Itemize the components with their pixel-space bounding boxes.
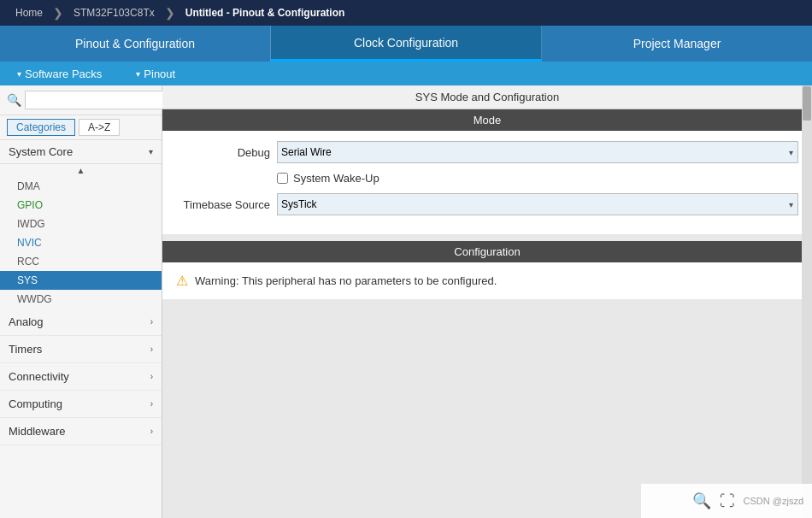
frame-icon[interactable]: ⛶ <box>720 492 735 510</box>
sidebar-item-dma[interactable]: DMA <box>0 177 162 196</box>
mode-panel-header: Mode <box>162 109 812 131</box>
sidebar-tabs: Categories A->Z <box>0 115 162 140</box>
analog-chevron-icon: › <box>150 317 153 327</box>
timebase-row: Timebase Source SysTick TIM1 TIM2 TIM3 ▾ <box>176 193 798 215</box>
sidebar-item-rcc[interactable]: RCC <box>0 252 162 271</box>
sidebar-item-connectivity[interactable]: Connectivity › <box>0 363 162 391</box>
tab-clock[interactable]: Clock Configuration <box>271 26 542 62</box>
timebase-label: Timebase Source <box>176 198 270 211</box>
scrollbar-thumb[interactable] <box>803 86 811 121</box>
tab-categories[interactable]: Categories <box>7 119 75 136</box>
search-input[interactable] <box>25 91 165 109</box>
system-core-label: System Core <box>9 145 73 158</box>
timebase-select[interactable]: SysTick TIM1 TIM2 TIM3 <box>277 193 798 215</box>
tab-pinout[interactable]: Pinout & Configuration <box>0 26 271 62</box>
scroll-up-arrow[interactable]: ▲ <box>0 164 162 177</box>
debug-row: Debug Serial Wire JTAG (5 pins) JTAG (4 … <box>176 141 798 163</box>
sidebar-item-gpio[interactable]: GPIO <box>0 196 162 215</box>
subtab-software-packs[interactable]: ▾ Software Packs <box>17 68 102 80</box>
config-panel: Configuration ⚠ Warning: This peripheral… <box>162 241 812 299</box>
title-bar: Home ❯ STM32F103C8Tx ❯ Untitled - Pinout… <box>0 0 812 26</box>
sidebar: 🔍 ⚙ Categories A->Z System Core ▾ ▲ DMA … <box>0 85 162 518</box>
sidebar-item-analog[interactable]: Analog › <box>0 309 162 336</box>
bottom-tools: 🔍 ⛶ CSDN @zjszd <box>641 484 812 518</box>
subtab-pinout-arrow-icon: ▾ <box>136 69 140 79</box>
subtab-pinout[interactable]: ▾ Pinout <box>136 68 175 80</box>
warning-box: ⚠ Warning: This peripheral has no parame… <box>162 262 812 299</box>
sub-tab-bar: ▾ Software Packs ▾ Pinout <box>0 62 812 85</box>
wakeup-row: System Wake-Up <box>176 172 798 185</box>
wakeup-label: System Wake-Up <box>293 172 380 185</box>
content-title: SYS Mode and Configuration <box>162 85 812 109</box>
search-icon: 🔍 <box>7 93 21 107</box>
sidebar-item-sys[interactable]: SYS <box>0 271 162 290</box>
system-core-section[interactable]: System Core ▾ <box>0 140 162 164</box>
breadcrumb-home[interactable]: Home <box>7 3 51 22</box>
tab-project[interactable]: Project Manager <box>542 26 812 62</box>
sidebar-item-middleware[interactable]: Middleware › <box>0 418 162 445</box>
subtab-arrow-icon: ▾ <box>17 69 21 79</box>
system-core-chevron: ▾ <box>149 147 153 156</box>
watermark-text: CSDN @zjszd <box>744 496 803 506</box>
timebase-select-wrapper: SysTick TIM1 TIM2 TIM3 ▾ <box>277 193 798 215</box>
warning-icon: ⚠ <box>176 273 188 289</box>
computing-chevron-icon: › <box>150 399 153 409</box>
breadcrumb-current[interactable]: Untitled - Pinout & Configuration <box>177 3 354 22</box>
debug-label: Debug <box>176 146 270 159</box>
sidebar-item-nvic[interactable]: NVIC <box>0 233 162 252</box>
timers-chevron-icon: › <box>150 344 153 354</box>
tab-bar: Pinout & Configuration Clock Configurati… <box>0 26 812 62</box>
debug-select[interactable]: Serial Wire JTAG (5 pins) JTAG (4 pins) … <box>277 141 798 163</box>
config-panel-header: Configuration <box>162 241 812 262</box>
tab-az[interactable]: A->Z <box>79 119 120 136</box>
middleware-chevron-icon: › <box>150 427 153 436</box>
sidebar-item-timers[interactable]: Timers › <box>0 336 162 363</box>
breadcrumb-device[interactable]: STM32F103C8Tx <box>65 3 163 22</box>
zoom-in-icon[interactable]: 🔍 <box>692 492 711 510</box>
content-area: SYS Mode and Configuration Mode Debug Se… <box>162 85 812 518</box>
debug-select-wrapper: Serial Wire JTAG (5 pins) JTAG (4 pins) … <box>277 141 798 163</box>
scrollbar-track[interactable] <box>802 85 812 518</box>
sidebar-item-wwdg[interactable]: WWDG <box>0 290 162 309</box>
connectivity-chevron-icon: › <box>150 372 153 381</box>
sidebar-search-row: 🔍 ⚙ <box>0 85 162 115</box>
sidebar-item-iwdg[interactable]: IWDG <box>0 215 162 233</box>
mode-panel-body: Debug Serial Wire JTAG (5 pins) JTAG (4 … <box>162 131 812 234</box>
wakeup-checkbox[interactable] <box>277 173 288 184</box>
main-layout: 🔍 ⚙ Categories A->Z System Core ▾ ▲ DMA … <box>0 85 812 518</box>
mode-panel: Mode Debug Serial Wire JTAG (5 pins) JTA… <box>162 109 812 234</box>
sidebar-item-computing[interactable]: Computing › <box>0 391 162 418</box>
warning-text: Warning: This peripheral has no paramete… <box>195 274 497 287</box>
